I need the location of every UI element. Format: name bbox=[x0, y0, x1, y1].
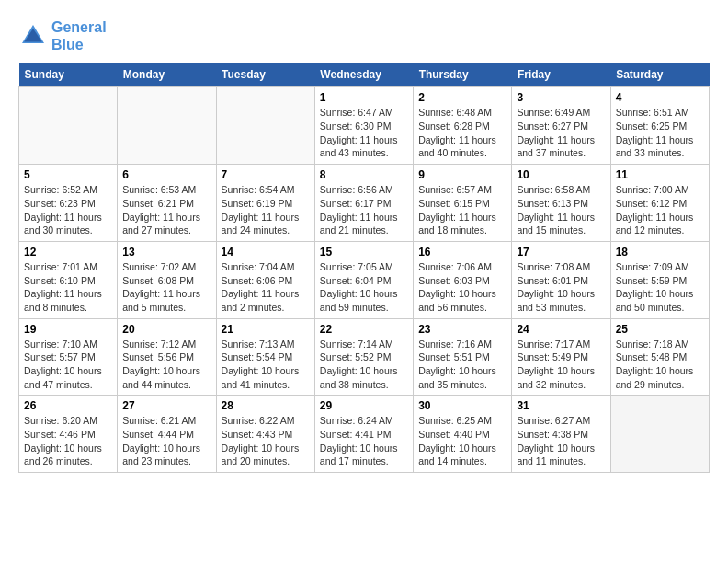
day-cell: 29Sunrise: 6:24 AMSunset: 4:41 PMDayligh… bbox=[314, 396, 413, 473]
header-friday: Friday bbox=[512, 63, 610, 87]
day-cell: 9Sunrise: 6:57 AMSunset: 6:15 PMDaylight… bbox=[414, 165, 512, 242]
day-cell: 13Sunrise: 7:02 AMSunset: 6:08 PMDayligh… bbox=[118, 241, 216, 318]
logo-icon bbox=[18, 21, 48, 51]
day-info: Sunrise: 7:09 AMSunset: 5:59 PMDaylight:… bbox=[616, 260, 704, 315]
day-info: Sunrise: 7:06 AMSunset: 6:03 PMDaylight:… bbox=[418, 260, 506, 315]
header-thursday: Thursday bbox=[414, 63, 512, 87]
day-cell: 21Sunrise: 7:13 AMSunset: 5:54 PMDayligh… bbox=[216, 318, 314, 396]
day-info: Sunrise: 7:08 AMSunset: 6:01 PMDaylight:… bbox=[517, 260, 605, 315]
day-cell: 10Sunrise: 6:58 AMSunset: 6:13 PMDayligh… bbox=[512, 165, 610, 242]
day-info: Sunrise: 6:51 AMSunset: 6:25 PMDaylight:… bbox=[616, 106, 704, 160]
day-number: 8 bbox=[320, 168, 408, 181]
day-info: Sunrise: 7:05 AMSunset: 6:04 PMDaylight:… bbox=[320, 260, 408, 315]
day-cell: 26Sunrise: 6:20 AMSunset: 4:46 PMDayligh… bbox=[19, 396, 118, 473]
day-info: Sunrise: 7:12 AMSunset: 5:56 PMDaylight:… bbox=[122, 338, 210, 392]
day-info: Sunrise: 6:20 AMSunset: 4:46 PMDaylight:… bbox=[24, 414, 112, 468]
day-info: Sunrise: 6:24 AMSunset: 4:41 PMDaylight:… bbox=[320, 414, 408, 468]
day-cell: 1Sunrise: 6:47 AMSunset: 6:30 PMDaylight… bbox=[314, 87, 413, 165]
day-cell: 22Sunrise: 7:14 AMSunset: 5:52 PMDayligh… bbox=[314, 318, 413, 396]
day-info: Sunrise: 6:27 AMSunset: 4:38 PMDaylight:… bbox=[517, 414, 605, 468]
day-number: 29 bbox=[320, 399, 408, 412]
day-info: Sunrise: 7:18 AMSunset: 5:48 PMDaylight:… bbox=[616, 338, 704, 392]
day-info: Sunrise: 6:56 AMSunset: 6:17 PMDaylight:… bbox=[320, 183, 408, 237]
day-number: 21 bbox=[222, 323, 310, 336]
day-cell: 14Sunrise: 7:04 AMSunset: 6:06 PMDayligh… bbox=[216, 241, 314, 318]
day-cell: 24Sunrise: 7:17 AMSunset: 5:49 PMDayligh… bbox=[512, 318, 610, 396]
day-info: Sunrise: 7:00 AMSunset: 6:12 PMDaylight:… bbox=[616, 183, 704, 237]
day-info: Sunrise: 6:25 AMSunset: 4:40 PMDaylight:… bbox=[418, 414, 506, 468]
day-number: 7 bbox=[222, 168, 310, 181]
day-number: 9 bbox=[418, 168, 506, 181]
header-monday: Monday bbox=[118, 63, 216, 87]
week-row-1: 1Sunrise: 6:47 AMSunset: 6:30 PMDaylight… bbox=[19, 87, 710, 165]
day-number: 2 bbox=[418, 91, 506, 104]
day-number: 19 bbox=[24, 323, 112, 336]
day-cell: 31Sunrise: 6:27 AMSunset: 4:38 PMDayligh… bbox=[512, 396, 610, 473]
day-cell: 28Sunrise: 6:22 AMSunset: 4:43 PMDayligh… bbox=[216, 396, 314, 473]
week-row-4: 19Sunrise: 7:10 AMSunset: 5:57 PMDayligh… bbox=[19, 318, 710, 396]
day-info: Sunrise: 6:22 AMSunset: 4:43 PMDaylight:… bbox=[222, 414, 310, 468]
day-number: 6 bbox=[122, 168, 210, 181]
day-number: 23 bbox=[418, 323, 506, 336]
day-info: Sunrise: 6:57 AMSunset: 6:15 PMDaylight:… bbox=[418, 183, 506, 237]
day-cell: 30Sunrise: 6:25 AMSunset: 4:40 PMDayligh… bbox=[414, 396, 512, 473]
day-number: 20 bbox=[122, 323, 210, 336]
week-row-2: 5Sunrise: 6:52 AMSunset: 6:23 PMDaylight… bbox=[19, 165, 710, 242]
day-number: 15 bbox=[320, 246, 408, 259]
day-number: 1 bbox=[320, 91, 408, 104]
header-tuesday: Tuesday bbox=[216, 63, 314, 87]
day-cell: 7Sunrise: 6:54 AMSunset: 6:19 PMDaylight… bbox=[216, 165, 314, 242]
week-row-3: 12Sunrise: 7:01 AMSunset: 6:10 PMDayligh… bbox=[19, 241, 710, 318]
page-header: General Blue bbox=[18, 18, 710, 53]
day-cell bbox=[19, 87, 118, 165]
day-cell: 2Sunrise: 6:48 AMSunset: 6:28 PMDaylight… bbox=[414, 87, 512, 165]
header-sunday: Sunday bbox=[19, 63, 118, 87]
day-cell: 3Sunrise: 6:49 AMSunset: 6:27 PMDaylight… bbox=[512, 87, 610, 165]
day-number: 22 bbox=[320, 323, 408, 336]
day-cell: 20Sunrise: 7:12 AMSunset: 5:56 PMDayligh… bbox=[118, 318, 216, 396]
day-info: Sunrise: 7:01 AMSunset: 6:10 PMDaylight:… bbox=[24, 260, 112, 315]
calendar-table: SundayMondayTuesdayWednesdayThursdayFrid… bbox=[18, 63, 710, 473]
day-number: 11 bbox=[616, 168, 704, 181]
day-info: Sunrise: 6:54 AMSunset: 6:19 PMDaylight:… bbox=[222, 183, 310, 237]
day-info: Sunrise: 7:17 AMSunset: 5:49 PMDaylight:… bbox=[517, 338, 605, 392]
day-number: 17 bbox=[517, 246, 605, 259]
day-info: Sunrise: 7:10 AMSunset: 5:57 PMDaylight:… bbox=[24, 338, 112, 392]
day-info: Sunrise: 6:21 AMSunset: 4:44 PMDaylight:… bbox=[122, 414, 210, 468]
day-cell: 15Sunrise: 7:05 AMSunset: 6:04 PMDayligh… bbox=[314, 241, 413, 318]
day-cell: 6Sunrise: 6:53 AMSunset: 6:21 PMDaylight… bbox=[118, 165, 216, 242]
day-info: Sunrise: 7:14 AMSunset: 5:52 PMDaylight:… bbox=[320, 338, 408, 392]
day-number: 25 bbox=[616, 323, 704, 336]
day-number: 4 bbox=[616, 91, 704, 104]
day-info: Sunrise: 6:48 AMSunset: 6:28 PMDaylight:… bbox=[418, 106, 506, 160]
day-number: 16 bbox=[418, 246, 506, 259]
day-number: 27 bbox=[122, 399, 210, 412]
logo: General Blue bbox=[18, 18, 107, 53]
day-cell: 25Sunrise: 7:18 AMSunset: 5:48 PMDayligh… bbox=[610, 318, 709, 396]
day-cell: 19Sunrise: 7:10 AMSunset: 5:57 PMDayligh… bbox=[19, 318, 118, 396]
day-cell: 17Sunrise: 7:08 AMSunset: 6:01 PMDayligh… bbox=[512, 241, 610, 318]
day-number: 14 bbox=[222, 246, 310, 259]
day-cell bbox=[118, 87, 216, 165]
day-info: Sunrise: 7:16 AMSunset: 5:51 PMDaylight:… bbox=[418, 338, 506, 392]
day-cell: 8Sunrise: 6:56 AMSunset: 6:17 PMDaylight… bbox=[314, 165, 413, 242]
header-saturday: Saturday bbox=[610, 63, 709, 87]
day-cell bbox=[216, 87, 314, 165]
day-number: 10 bbox=[517, 168, 605, 181]
day-info: Sunrise: 6:47 AMSunset: 6:30 PMDaylight:… bbox=[320, 106, 408, 160]
day-info: Sunrise: 7:13 AMSunset: 5:54 PMDaylight:… bbox=[222, 338, 310, 392]
day-cell: 27Sunrise: 6:21 AMSunset: 4:44 PMDayligh… bbox=[118, 396, 216, 473]
day-info: Sunrise: 7:02 AMSunset: 6:08 PMDaylight:… bbox=[122, 260, 210, 315]
day-info: Sunrise: 6:52 AMSunset: 6:23 PMDaylight:… bbox=[24, 183, 112, 237]
day-cell: 4Sunrise: 6:51 AMSunset: 6:25 PMDaylight… bbox=[610, 87, 709, 165]
day-number: 3 bbox=[517, 91, 605, 104]
day-number: 28 bbox=[222, 399, 310, 412]
day-cell: 18Sunrise: 7:09 AMSunset: 5:59 PMDayligh… bbox=[610, 241, 709, 318]
day-info: Sunrise: 6:53 AMSunset: 6:21 PMDaylight:… bbox=[122, 183, 210, 237]
day-number: 24 bbox=[517, 323, 605, 336]
day-cell bbox=[610, 396, 709, 473]
day-number: 13 bbox=[122, 246, 210, 259]
day-cell: 12Sunrise: 7:01 AMSunset: 6:10 PMDayligh… bbox=[19, 241, 118, 318]
day-number: 12 bbox=[24, 246, 112, 259]
day-cell: 16Sunrise: 7:06 AMSunset: 6:03 PMDayligh… bbox=[414, 241, 512, 318]
